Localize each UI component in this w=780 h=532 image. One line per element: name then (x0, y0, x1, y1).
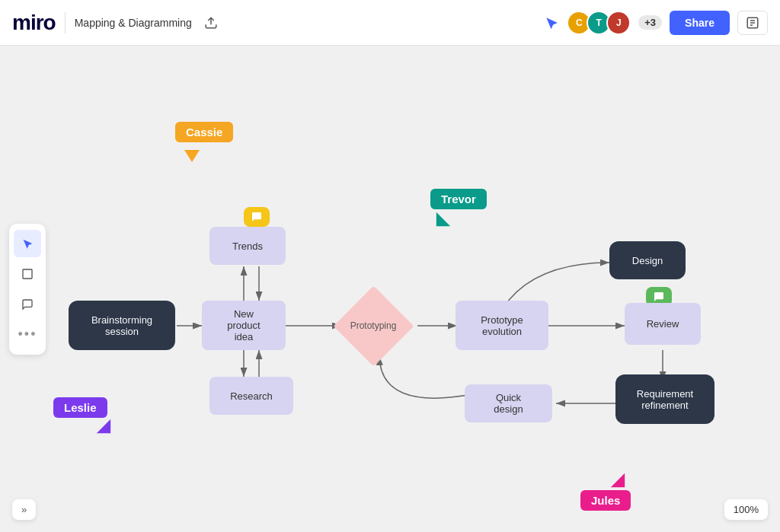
collapse-button[interactable]: » (12, 499, 36, 520)
node-review[interactable]: Review (625, 303, 701, 345)
cursor-icon (544, 15, 559, 30)
board-title[interactable]: Mapping & Diagramming (75, 17, 192, 29)
miro-logo[interactable]: miro (12, 11, 56, 35)
trevor-cursor-arrow (435, 211, 452, 228)
plus-count: +3 (638, 15, 662, 30)
avatar-group: C T J (567, 11, 631, 35)
jules-label: Jules (580, 490, 631, 511)
header-right: C T J +3 Share (544, 11, 768, 35)
leslie-cursor-arrow (95, 418, 112, 435)
node-prototype-evolution[interactable]: Prototype evolution (456, 301, 548, 350)
header: miro Mapping & Diagramming C T J +3 Shar… (0, 0, 780, 46)
node-requirement-refinement[interactable]: Requirement refinement (615, 374, 714, 424)
avatar-jules: J (606, 11, 631, 35)
svg-marker-18 (184, 150, 200, 162)
comment-tool[interactable] (14, 291, 41, 318)
node-trends[interactable]: Trends (209, 227, 286, 265)
cassie-cursor-arrow (183, 145, 201, 164)
jules-cursor-arrow (609, 472, 626, 489)
node-new-product[interactable]: New product idea (202, 301, 286, 350)
sticky-tool[interactable] (14, 260, 41, 288)
cursor-tool[interactable] (14, 230, 41, 257)
node-prototyping[interactable]: Prototyping (335, 295, 411, 356)
canvas[interactable]: ••• (0, 46, 780, 532)
cursor-cassie: Cassie (175, 122, 233, 164)
share-button[interactable]: Share (670, 11, 730, 35)
node-design[interactable]: Design (609, 241, 686, 279)
node-brainstorming[interactable]: Brainstorming session (69, 301, 175, 350)
trevor-label: Trevor (430, 189, 487, 209)
cassie-label: Cassie (175, 122, 233, 142)
cursor-trevor: Trevor (430, 189, 487, 228)
left-toolbar: ••• (9, 224, 46, 355)
svg-marker-21 (611, 473, 625, 487)
header-divider (65, 12, 66, 33)
cursor-leslie: Leslie (53, 397, 112, 435)
zoom-level: 100% (724, 499, 768, 520)
cursor-jules: Jules (580, 472, 631, 511)
trends-chat-icon (244, 207, 270, 227)
svg-marker-20 (436, 212, 450, 226)
node-quick-design[interactable]: Quick design (465, 384, 552, 422)
node-research[interactable]: Research (209, 377, 293, 415)
upload-button[interactable] (201, 13, 221, 33)
svg-marker-19 (97, 419, 110, 433)
leslie-label: Leslie (53, 397, 107, 418)
svg-rect-5 (23, 269, 32, 279)
more-tools[interactable]: ••• (14, 321, 41, 349)
notes-button[interactable] (737, 11, 768, 35)
